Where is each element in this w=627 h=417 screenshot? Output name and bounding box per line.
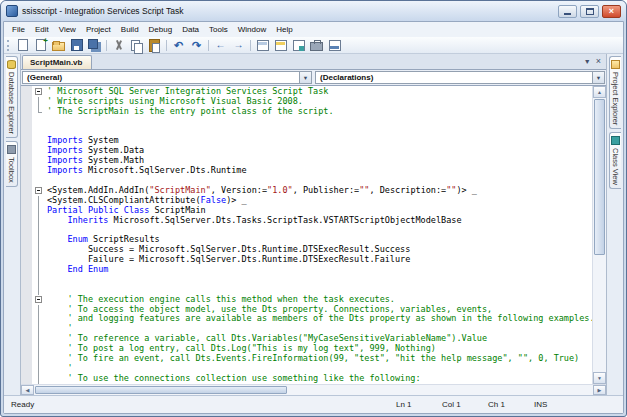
code-token-s: "1.0" bbox=[267, 185, 293, 195]
menu-window[interactable]: Window bbox=[233, 23, 271, 36]
status-line: Ln 1 bbox=[396, 400, 442, 409]
code-line: Imports Microsoft.SqlServer.Dts.Runtime bbox=[47, 166, 592, 176]
fold-minus-icon[interactable] bbox=[35, 88, 42, 95]
close-button[interactable]: × bbox=[602, 5, 621, 18]
menu-data[interactable]: Data bbox=[177, 23, 204, 36]
toolbar-separator bbox=[106, 40, 107, 51]
indicator-margin[interactable] bbox=[21, 86, 32, 384]
fold-minus-icon[interactable] bbox=[35, 296, 42, 303]
code-token-c: ' To post a log entry, call Dts.Log("Thi… bbox=[47, 343, 436, 353]
menu-tools[interactable]: Tools bbox=[204, 23, 233, 36]
fold-region-line bbox=[32, 285, 44, 295]
code-token-c: ' To reference a variable, call Dts.Vari… bbox=[47, 333, 487, 343]
toolbar-grip[interactable] bbox=[7, 40, 10, 51]
client-area: FileEditViewProjectBuildDebugDataToolsWi… bbox=[3, 21, 624, 414]
toolbar-separator bbox=[208, 40, 209, 51]
fold-collapse-marker[interactable] bbox=[32, 295, 44, 305]
navigate-backward-button[interactable]: ← bbox=[212, 38, 229, 53]
code-token-p: ScriptResults bbox=[88, 234, 160, 244]
fold-margin-cell bbox=[32, 156, 44, 166]
objects-combo[interactable]: (General) ▼ bbox=[22, 71, 312, 84]
fold-collapse-marker[interactable] bbox=[32, 186, 44, 196]
right-tool-strip: Project ExplorerClass View bbox=[606, 54, 623, 395]
menu-help[interactable]: Help bbox=[271, 23, 297, 36]
database-icon bbox=[7, 60, 16, 69]
code-line bbox=[47, 127, 592, 137]
outlining-margin[interactable] bbox=[32, 86, 44, 384]
scroll-left-icon[interactable]: ◀ bbox=[21, 385, 34, 395]
tool-tab-database-explorer[interactable]: Database Explorer bbox=[6, 56, 18, 138]
file-list-dropdown-icon[interactable]: ▼ bbox=[584, 58, 591, 65]
vertical-scroll-track[interactable] bbox=[593, 98, 606, 372]
fold-minus-icon[interactable] bbox=[35, 187, 42, 194]
menu-build[interactable]: Build bbox=[116, 23, 144, 36]
vertical-scrollbar[interactable]: ▲ ▼ bbox=[592, 86, 606, 384]
menu-edit[interactable]: Edit bbox=[30, 23, 54, 36]
code-editor[interactable]: ' Microsoft SQL Server Integration Servi… bbox=[21, 86, 606, 384]
code-token-p bbox=[47, 234, 67, 244]
toolbar: ↶↷←→ bbox=[4, 37, 623, 54]
tool-tab-toolbox[interactable]: Toolbox bbox=[6, 141, 18, 187]
paste-button[interactable] bbox=[146, 38, 163, 53]
new-file-button[interactable] bbox=[14, 38, 31, 53]
tool-tab-project-explorer[interactable]: Project Explorer bbox=[609, 56, 621, 129]
undo-button[interactable]: ↶ bbox=[170, 38, 187, 53]
horizontal-scroll-track[interactable] bbox=[34, 385, 593, 395]
scroll-down-icon[interactable]: ▼ bbox=[593, 372, 606, 384]
minimize-button[interactable] bbox=[558, 5, 577, 18]
open-file-button[interactable] bbox=[50, 38, 67, 53]
immediate-window-button[interactable] bbox=[326, 38, 343, 53]
tool-tab-class-view[interactable]: Class View bbox=[609, 132, 621, 189]
toolbox-button[interactable] bbox=[308, 38, 325, 53]
code-area[interactable]: ' Microsoft SQL Server Integration Servi… bbox=[44, 86, 592, 384]
combo-dropdown-icon[interactable]: ▼ bbox=[592, 72, 604, 83]
menu-debug[interactable]: Debug bbox=[144, 23, 178, 36]
status-character: Ch 1 bbox=[488, 400, 534, 409]
statusbar: Ready Ln 1 Col 1 Ch 1 INS bbox=[4, 395, 623, 413]
navigate-forward-button[interactable]: → bbox=[230, 38, 247, 53]
fold-collapse-marker[interactable] bbox=[32, 87, 44, 97]
fold-region-line bbox=[32, 334, 44, 344]
code-token-c: ' To access the object model, use the Dt… bbox=[47, 304, 492, 314]
add-item-button[interactable] bbox=[32, 38, 49, 53]
redo-button[interactable]: ↷ bbox=[188, 38, 205, 53]
menu-view[interactable]: View bbox=[54, 23, 81, 36]
solution-explorer-button[interactable] bbox=[254, 38, 271, 53]
code-token-p: System.Data bbox=[83, 145, 144, 155]
save-all-button[interactable] bbox=[86, 38, 103, 53]
new-file-icon bbox=[16, 39, 29, 52]
code-token-k: Imports bbox=[47, 165, 83, 175]
code-token-p: Microsoft.SqlServer.Dts.Runtime bbox=[83, 165, 247, 175]
combo-dropdown-icon[interactable]: ▼ bbox=[299, 72, 311, 83]
save-button[interactable] bbox=[68, 38, 85, 53]
fold-region-line bbox=[32, 275, 44, 285]
declarations-combo[interactable]: (Declarations) ▼ bbox=[315, 71, 605, 84]
titlebar[interactable]: ssisscript - Integration Services Script… bbox=[1, 1, 626, 21]
tab-scriptmain-vb[interactable]: ScriptMain.vb bbox=[22, 55, 92, 69]
copy-button[interactable] bbox=[128, 38, 145, 53]
code-token-p: )> _ bbox=[226, 195, 246, 205]
horizontal-scrollbar[interactable]: ◀ ▶ bbox=[21, 384, 606, 395]
vertical-scroll-thumb[interactable] bbox=[594, 99, 605, 255]
menu-project[interactable]: Project bbox=[81, 23, 116, 36]
scroll-up-icon[interactable]: ▲ bbox=[593, 86, 606, 98]
maximize-button[interactable] bbox=[580, 5, 599, 18]
cut-button[interactable] bbox=[110, 38, 127, 53]
properties-window-button[interactable] bbox=[272, 38, 289, 53]
close-document-icon[interactable]: × bbox=[596, 56, 601, 66]
status-insert-mode: INS bbox=[534, 400, 564, 409]
toolbar-separator bbox=[166, 40, 167, 51]
tabstrip-buttons: ▼ × bbox=[584, 56, 606, 69]
fold-margin-cell bbox=[32, 127, 44, 137]
scroll-right-icon[interactable]: ▶ bbox=[593, 385, 606, 395]
minimize-icon bbox=[564, 13, 571, 15]
horizontal-scroll-thumb[interactable] bbox=[35, 386, 287, 394]
tab-label: ScriptMain.vb bbox=[30, 58, 82, 67]
code-token-p: <System.AddIn.AddIn( bbox=[47, 185, 149, 195]
maximize-icon bbox=[586, 8, 594, 15]
menubar: FileEditViewProjectBuildDebugDataToolsWi… bbox=[4, 22, 623, 37]
copy-icon bbox=[130, 39, 143, 52]
object-browser-button[interactable] bbox=[290, 38, 307, 53]
code-token-c: ' The execution engine calls this method… bbox=[47, 294, 395, 304]
menu-file[interactable]: File bbox=[7, 23, 30, 36]
